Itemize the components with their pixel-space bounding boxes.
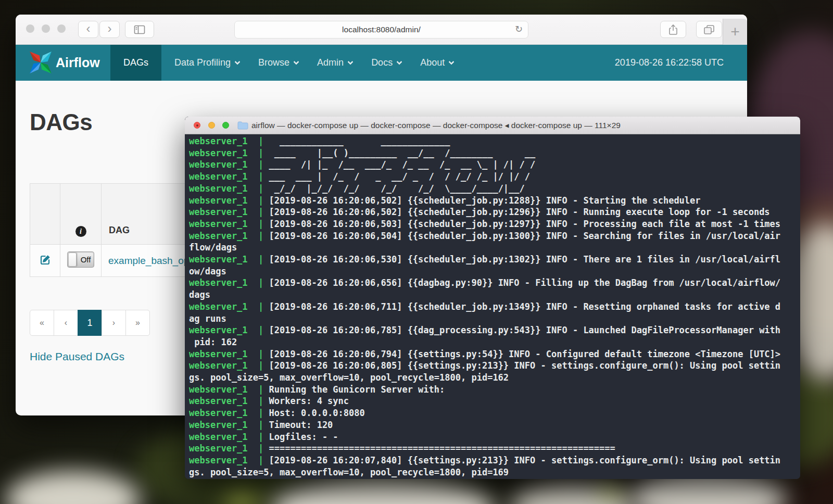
share-icon [668,24,678,35]
tab-overview-button[interactable] [696,21,722,38]
window-minimize-button[interactable] [42,24,50,33]
forward-button[interactable]: › [99,21,120,38]
pagination-next[interactable]: › [102,310,126,336]
log-text: [2019-08-26 16:20:07,840] {{settings.py:… [263,455,780,465]
terminal-output[interactable]: webserver_1 | ____________ _____________… [185,134,800,479]
terminal-log-line: webserver_1 | [2019-08-26 16:20:06,530] … [189,254,800,266]
terminal-log-line: webserver_1 | [2019-08-26 16:20:07,840] … [189,455,800,467]
terminal-close-button[interactable] [194,122,200,129]
terminal-minimize-button[interactable] [208,122,215,129]
edit-dag-icon[interactable] [39,254,52,266]
terminal-title: airflow — docker-compose up — docker-com… [251,117,621,134]
tabs-icon [703,24,715,35]
navbar-menu-item[interactable]: Docs [371,57,401,68]
toggle-cell: Off [60,245,102,277]
log-text: Logfiles: - - [263,432,338,442]
compose-service-prefix: webserver_1 | [189,455,263,465]
log-text: dags [189,289,210,300]
terminal-log-line: webserver_1 | Running the Gunicorn Serve… [189,384,800,396]
terminal-log-line: ow/dags [189,266,800,278]
log-text: _/_/ |_/_/ /_/ /_/ /_/ \____/____/|__/ [263,183,525,194]
log-text: pid: 162 [189,337,237,347]
terminal-log-line: webserver_1 | _/_/ |_/_/ /_/ /_/ /_/ \__… [189,183,800,195]
chevron-down-icon [347,59,353,65]
compose-service-prefix: webserver_1 | [189,195,263,206]
log-text: [2019-08-26 16:20:06,503] {{scheduler_jo… [263,219,780,229]
menu-label: Admin [317,57,344,68]
terminal-log-line: webserver_1 | [2019-08-26 16:20:06,503] … [189,218,800,230]
plus-icon: + [730,23,740,41]
terminal-zoom-button[interactable] [222,122,229,129]
log-text: ag runs [189,313,226,324]
compose-service-prefix: webserver_1 | [189,159,263,170]
compose-service-prefix: webserver_1 | [189,384,263,395]
navbar-menus: Data ProfilingBrowseAdminDocsAbout [174,45,453,81]
pagination-prev[interactable]: ‹ [54,310,78,336]
utc-clock: 2019-08-26 16:22:58 UTC [615,45,724,81]
pagination-last[interactable]: » [125,310,150,336]
sidebar-button[interactable] [125,21,154,38]
pagination: « ‹ 1 › » [30,310,150,336]
reload-icon[interactable]: ↻ [515,23,523,35]
compose-service-prefix: webserver_1 | [189,432,263,442]
window-zoom-button[interactable] [57,24,66,33]
log-text: [2019-08-26 16:20:06,805] {{settings.py:… [263,360,780,371]
info-icon[interactable]: i [75,226,86,237]
address-bar[interactable]: localhost:8080/admin/ ↻ [234,21,528,39]
compose-service-prefix: webserver_1 | [189,349,263,359]
dag-pause-toggle[interactable]: Off [67,251,94,268]
toggle-label: Off [77,252,94,267]
terminal-log-line: webserver_1 | ____ |__( )_________ __/__… [189,147,800,159]
compose-service-prefix: webserver_1 | [189,148,263,158]
url-text: localhost:8080/admin/ [342,25,421,34]
log-text: ____________ _____________ [263,136,450,146]
terminal-log-line: webserver_1 | [2019-08-26 16:20:06,785] … [189,324,800,336]
folder-icon [237,121,248,130]
brand-name[interactable]: Airflow [56,55,100,70]
tab-dags[interactable]: DAGs [110,45,161,81]
navbar-menu-item[interactable]: About [420,57,453,68]
log-text: ========================================… [263,443,615,453]
new-tab-button[interactable]: + [723,19,747,45]
log-text: flow/dags [189,242,237,253]
terminal-log-line: webserver_1 | [2019-08-26 16:20:06,502] … [189,195,800,207]
compose-service-prefix: webserver_1 | [189,396,263,406]
navbar-menu-item[interactable]: Browse [258,57,298,68]
hide-paused-dags-link[interactable]: Hide Paused DAGs [30,350,124,363]
log-text: ____ |__( )_________ __/__ /________ __ [263,148,535,158]
terminal-titlebar[interactable]: airflow — docker-compose up — docker-com… [185,117,800,134]
log-text: [2019-08-26 16:20:06,794] {{settings.py:… [263,349,780,359]
compose-service-prefix: webserver_1 | [189,207,263,217]
daisy-center [599,484,623,498]
compose-service-prefix: webserver_1 | [189,360,263,371]
forward-icon: › [108,22,112,36]
terminal-log-line: webserver_1 | [2019-08-26 16:20:06,805] … [189,360,800,372]
header-edit-column [30,184,60,245]
log-text: gs. pool_size=5, max_overflow=10, pool_r… [189,467,509,477]
terminal-log-line: webserver_1 | Logfiles: - - [189,431,800,443]
page-title: DAGs [30,109,92,135]
compose-service-prefix: webserver_1 | [189,254,263,264]
browser-toolbar: ‹ › localhost:8080/admin/ ↻ + [16,15,747,45]
back-icon: ‹ [86,22,91,36]
log-text: [2019-08-26 16:20:06,711] {{scheduler_jo… [263,301,780,312]
chevron-down-icon [293,59,299,65]
terminal-log-line: ag runs [189,313,800,325]
terminal-log-line: webserver_1 | [2019-08-26 16:20:06,794] … [189,348,800,360]
share-button[interactable] [660,21,686,38]
menu-label: Data Profiling [174,57,231,68]
pagination-page-1[interactable]: 1 [78,310,102,336]
compose-service-prefix: webserver_1 | [189,278,263,288]
navbar-menu-item[interactable]: Data Profiling [174,57,239,68]
terminal-log-line: webserver_1 | [2019-08-26 16:20:06,711] … [189,301,800,313]
pagination-first[interactable]: « [30,310,54,336]
compose-service-prefix: webserver_1 | [189,420,263,430]
log-text: Workers: 4 sync [263,396,349,406]
window-close-button[interactable] [26,24,34,33]
terminal-log-line: webserver_1 | ____________ _____________ [189,135,800,147]
back-button[interactable]: ‹ [78,21,98,38]
chevron-down-icon [449,59,455,65]
navbar-menu-item[interactable]: Admin [317,57,352,68]
log-text: Running the Gunicorn Server with: [263,384,445,395]
compose-service-prefix: webserver_1 | [189,301,263,312]
